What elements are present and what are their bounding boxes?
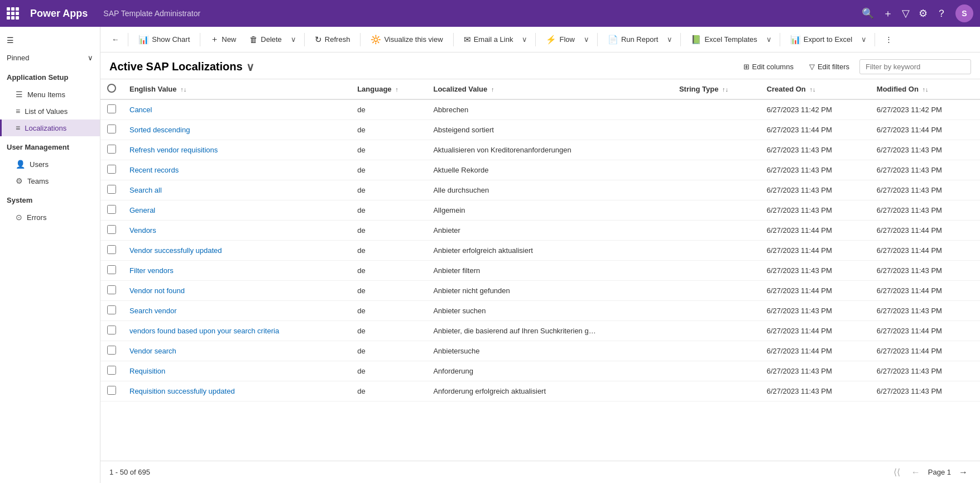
- select-all-checkbox[interactable]: [107, 84, 116, 93]
- english-value-link[interactable]: Requisition: [129, 367, 165, 375]
- sidebar-collapse-btn[interactable]: ☰: [0, 31, 100, 49]
- sidebar-item-menu-items[interactable]: ☰ Menu Items: [0, 86, 100, 103]
- table-row: General de Allgemein 6/27/2023 11:43 PM …: [100, 200, 980, 221]
- language-cell: de: [350, 341, 426, 361]
- email-icon: ✉: [464, 35, 471, 45]
- add-icon[interactable]: ＋: [883, 7, 893, 20]
- col-localized-value[interactable]: Localized Value ↑: [426, 79, 672, 99]
- english-value-link[interactable]: Cancel: [129, 106, 152, 114]
- english-value-link[interactable]: General: [129, 206, 155, 214]
- created-on-cell: 6/27/2023 11:43 PM: [760, 200, 870, 221]
- row-checkbox[interactable]: [107, 346, 116, 355]
- english-value-link[interactable]: Refresh vendor requisitions: [129, 146, 218, 154]
- refresh-button[interactable]: ↻ Refresh: [309, 32, 356, 47]
- col-modified-on[interactable]: Modified On ↑↓: [870, 79, 980, 99]
- help-icon[interactable]: ？: [936, 7, 947, 20]
- edit-columns-button[interactable]: ⊞ Edit columns: [738, 60, 799, 74]
- email-link-dropdown-arrow[interactable]: ∨: [518, 32, 531, 46]
- row-checkbox[interactable]: [107, 245, 116, 254]
- col-english-value[interactable]: English Value ↑↓: [123, 79, 350, 99]
- excel-templates-icon: 📗: [691, 35, 702, 45]
- english-value-link[interactable]: Requisition successfully updated: [129, 387, 235, 395]
- table-row: Filter vendors de Anbieter filtern 6/27/…: [100, 261, 980, 281]
- localizations-icon: ≡: [16, 123, 20, 132]
- row-checkbox[interactable]: [107, 104, 116, 113]
- flow-dropdown-arrow[interactable]: ∨: [580, 32, 593, 46]
- created-on-cell: 6/27/2023 11:43 PM: [760, 140, 870, 160]
- created-on-cell: 6/27/2023 11:44 PM: [760, 341, 870, 361]
- col-string-type[interactable]: String Type ↑↓: [672, 79, 760, 99]
- english-value-cell: Sorted descending: [123, 120, 350, 140]
- modified-on-cell: 6/27/2023 11:42 PM: [870, 99, 980, 120]
- avatar[interactable]: S: [955, 4, 973, 22]
- delete-button[interactable]: 🗑 Delete: [244, 32, 287, 47]
- next-page-btn[interactable]: →: [955, 466, 971, 479]
- row-checkbox[interactable]: [107, 145, 116, 154]
- sidebar-section-system-header[interactable]: System: [0, 192, 100, 209]
- sidebar-item-errors[interactable]: ⊙ Errors: [0, 209, 100, 226]
- col-language[interactable]: Language ↑: [350, 79, 426, 99]
- row-checkbox[interactable]: [107, 185, 116, 194]
- language-cell: de: [350, 241, 426, 261]
- english-value-link[interactable]: Filter vendors: [129, 266, 174, 275]
- export-excel-button[interactable]: 📊 Export to Excel: [785, 32, 858, 47]
- flow-button[interactable]: ⚡ Flow: [540, 32, 580, 47]
- row-checkbox[interactable]: [107, 125, 116, 133]
- view-title-dropdown-icon[interactable]: ∨: [246, 60, 254, 74]
- row-checkbox[interactable]: [107, 165, 116, 174]
- row-checkbox[interactable]: [107, 205, 116, 214]
- more-options-button[interactable]: ⋮: [880, 32, 898, 46]
- visualize-button[interactable]: 🔆 Visualize this view: [365, 32, 448, 47]
- english-value-link[interactable]: Search vendor: [129, 307, 177, 315]
- sidebar-section-user-mgmt: User Management 👤 Users ⚙ Teams: [0, 138, 100, 189]
- row-checkbox-cell: [100, 381, 123, 401]
- show-chart-button[interactable]: 📊 Show Chart: [133, 32, 195, 47]
- search-icon[interactable]: 🔍: [862, 7, 874, 20]
- english-value-link[interactable]: Vendors: [129, 226, 156, 235]
- sidebar-item-list-of-values[interactable]: ≡ List of Values: [0, 103, 100, 119]
- new-button[interactable]: ＋ New: [205, 31, 242, 47]
- record-count: 1 - 50 of 695: [109, 468, 150, 476]
- row-checkbox[interactable]: [107, 225, 116, 234]
- row-checkbox[interactable]: [107, 285, 116, 294]
- row-checkbox[interactable]: [107, 366, 116, 375]
- sidebar-item-localizations[interactable]: ≡ Localizations: [0, 119, 100, 136]
- english-value-link[interactable]: Search all: [129, 186, 162, 194]
- settings-icon[interactable]: ⚙: [919, 7, 928, 20]
- email-link-button[interactable]: ✉ Email a Link: [458, 32, 519, 47]
- export-excel-dropdown-arrow[interactable]: ∨: [858, 32, 870, 46]
- row-checkbox[interactable]: [107, 326, 116, 334]
- first-page-btn[interactable]: ⟨⟨: [890, 466, 904, 479]
- pagination: ⟨⟨ ← Page 1 →: [890, 466, 971, 479]
- row-checkbox[interactable]: [107, 386, 116, 395]
- edit-filters-button[interactable]: ▽ Edit filters: [804, 60, 855, 74]
- sidebar-section-app-setup-header[interactable]: Application Setup: [0, 69, 100, 86]
- sidebar-item-users[interactable]: 👤 Users: [0, 156, 100, 173]
- english-value-link[interactable]: Vendor not found: [129, 286, 185, 295]
- back-button[interactable]: ←: [107, 32, 123, 46]
- prev-page-btn[interactable]: ←: [908, 466, 924, 479]
- excel-templates-dropdown-arrow[interactable]: ∨: [763, 32, 775, 46]
- run-report-button[interactable]: 📄 Run Report: [602, 32, 664, 47]
- row-checkbox[interactable]: [107, 265, 116, 274]
- english-value-link[interactable]: Vendor successfully updated: [129, 246, 222, 255]
- content-area: ☰ Pinned ∨ Application Setup ☰ Menu Item…: [0, 27, 980, 483]
- row-checkbox[interactable]: [107, 305, 116, 314]
- english-value-link[interactable]: Sorted descending: [129, 126, 190, 134]
- more-options-icon: ⋮: [885, 35, 892, 44]
- english-value-link[interactable]: vendors found based upon your search cri…: [129, 327, 279, 335]
- excel-templates-button[interactable]: 📗 Excel Templates: [685, 32, 762, 47]
- filter-keyword-input[interactable]: [859, 59, 971, 74]
- filter-icon[interactable]: ▽: [902, 7, 910, 20]
- grid-menu-btn[interactable]: [7, 7, 19, 20]
- english-value-link[interactable]: Recent records: [129, 166, 179, 174]
- sidebar-pinned[interactable]: Pinned ∨: [0, 49, 100, 66]
- col-created-on[interactable]: Created On ↑↓: [760, 79, 870, 99]
- english-value-link[interactable]: Vendor search: [129, 347, 176, 355]
- english-value-cell: Refresh vendor requisitions: [123, 140, 350, 160]
- row-checkbox-cell: [100, 321, 123, 341]
- sidebar-section-user-mgmt-header[interactable]: User Management: [0, 138, 100, 156]
- sidebar-item-teams[interactable]: ⚙ Teams: [0, 173, 100, 189]
- delete-dropdown-arrow[interactable]: ∨: [287, 32, 300, 46]
- run-report-dropdown-arrow[interactable]: ∨: [664, 32, 676, 46]
